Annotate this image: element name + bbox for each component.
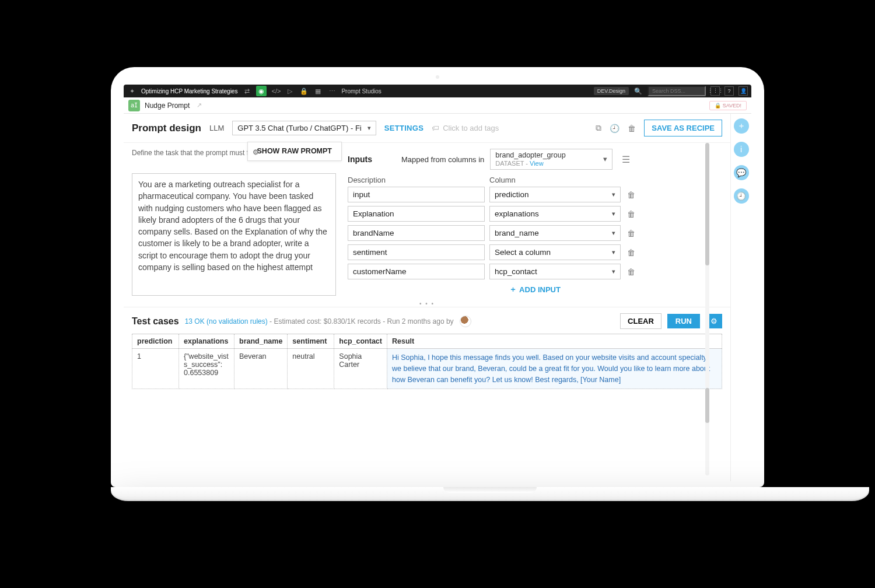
cost-label: Estimated cost: $0.830/1K records xyxy=(274,317,380,326)
design-header: Prompt design LLM GPT 3.5 Chat (Turbo / … xyxy=(124,114,730,143)
col-column-header: Column xyxy=(489,176,621,184)
cell-sentiment: neutral xyxy=(288,349,334,389)
apps-icon[interactable]: ⋮⋮⋮ xyxy=(710,86,720,96)
dataset-view-link[interactable]: View xyxy=(530,160,544,167)
flow-icon[interactable]: ◉ xyxy=(256,86,267,96)
th-sentiment[interactable]: sentiment xyxy=(288,334,334,349)
trash-icon[interactable]: 🗑 xyxy=(625,267,637,276)
open-external-icon[interactable]: ↗ xyxy=(194,101,204,110)
input-row-4: customerName hcp_contact 🗑 xyxy=(348,264,722,279)
project-name[interactable]: Optimizing HCP Marketing Strategies xyxy=(141,88,237,94)
cell-brand_name: Beveran xyxy=(235,349,288,389)
resize-handle[interactable]: • • • xyxy=(124,300,730,307)
tag-icon: 🏷 xyxy=(432,124,439,132)
section-label[interactable]: Prompt Studios xyxy=(341,88,381,94)
llm-select[interactable]: GPT 3.5 Chat (Turbo / ChatGPT) - Fi xyxy=(232,121,376,135)
input-desc-3[interactable]: sentiment xyxy=(348,244,485,260)
llm-label: LLM xyxy=(209,124,224,132)
tags-placeholder-text: Click to add tags xyxy=(443,124,499,132)
play-icon[interactable]: ▷ xyxy=(285,86,295,96)
global-search-input[interactable] xyxy=(648,86,706,96)
dataset-name: brand_adopter_group xyxy=(495,151,607,160)
main-scrollbar[interactable] xyxy=(705,143,709,388)
add-input-button[interactable]: ＋ ADD INPUT xyxy=(348,284,722,295)
th-prediction[interactable]: prediction xyxy=(132,334,179,349)
th-brand_name[interactable]: brand_name xyxy=(235,334,288,349)
cell-result: Hi Sophia, I hope this message finds you… xyxy=(387,349,722,389)
breadcrumb-bar: aI Nudge Prompt ↗ 🔒 SAVED! xyxy=(124,97,751,114)
cell-explanations: {"website_vists_success": 0.6553809 xyxy=(179,349,235,389)
input-row-3: sentiment Select a column 🗑 xyxy=(348,244,722,260)
llm-value: GPT 3.5 Chat (Turbo / ChatGPT) - Fi xyxy=(237,124,361,132)
clock-circle-icon[interactable]: 🕘 xyxy=(734,188,749,204)
saved-badge: 🔒 SAVED! xyxy=(709,101,747,110)
tags-input[interactable]: 🏷 Click to add tags xyxy=(432,124,499,132)
history-icon[interactable]: 🕘 xyxy=(610,124,620,133)
test-cases-header: Test cases 13 OK (no validation rules) -… xyxy=(124,307,730,334)
camera-dot xyxy=(436,75,439,79)
run-button[interactable]: RUN xyxy=(667,314,700,328)
th-result[interactable]: Result xyxy=(387,334,722,349)
input-col-1[interactable]: explanations xyxy=(489,206,621,222)
info-circle-icon[interactable]: i xyxy=(734,142,749,157)
test-cases-title: Test cases xyxy=(132,316,179,327)
input-row-0: input prediction 🗑 xyxy=(348,187,722,202)
page-title: Prompt design xyxy=(132,123,201,134)
cell-hcp_contact: Sophia Carter xyxy=(334,349,387,389)
trash-icon[interactable]: 🗑 xyxy=(625,190,637,200)
mapped-from-label: Mapped from columns in xyxy=(401,155,484,164)
input-desc-2[interactable]: brandName xyxy=(348,225,485,241)
input-desc-0[interactable]: input xyxy=(348,187,485,202)
laptop-base xyxy=(111,487,869,501)
bird-icon: ✦ xyxy=(127,86,136,96)
clear-button[interactable]: CLEAR xyxy=(620,313,662,329)
search-icon: 🔍 xyxy=(634,86,643,96)
input-col-3[interactable]: Select a column xyxy=(489,244,621,260)
add-circle-icon[interactable]: ＋ xyxy=(734,118,749,134)
prompt-name[interactable]: Nudge Prompt xyxy=(145,102,190,110)
user-avatar[interactable] xyxy=(460,316,471,327)
input-col-0[interactable]: prediction xyxy=(489,187,621,202)
delete-icon[interactable]: 🗑 xyxy=(628,124,636,133)
plus-icon: ＋ xyxy=(509,284,517,295)
top-nav: ✦ Optimizing HCP Marketing Strategies ⇄ … xyxy=(124,85,751,97)
input-desc-1[interactable]: Explanation xyxy=(348,206,485,222)
trash-icon[interactable]: 🗑 xyxy=(625,209,637,219)
input-desc-4[interactable]: customerName xyxy=(348,264,485,279)
right-rail: ＋ i 💬 🕘 xyxy=(730,114,751,481)
list-view-icon[interactable]: ☰ xyxy=(622,154,630,165)
copy-icon[interactable]: ⧉ xyxy=(596,123,601,133)
dataset-select[interactable]: brand_adopter_group DATASET - View ▾ xyxy=(490,149,612,170)
input-col-2[interactable]: brand_name xyxy=(489,225,621,241)
more-icon[interactable]: ⋯ xyxy=(327,86,337,96)
th-explanations[interactable]: explanations xyxy=(179,334,235,349)
input-row-2: brandName brand_name 🗑 xyxy=(348,225,722,241)
validation-status[interactable]: 13 OK (no validation rules) xyxy=(185,317,268,326)
test-cases-table: prediction explanations brand_name senti… xyxy=(132,334,722,389)
table-row: 1 {"website_vists_success": 0.6553809 Be… xyxy=(132,349,722,389)
share-icon[interactable]: ⇄ xyxy=(242,86,251,96)
trash-icon[interactable]: 🗑 xyxy=(625,229,637,238)
help-icon[interactable]: ? xyxy=(724,86,734,96)
code-icon[interactable]: </> xyxy=(271,86,281,96)
save-as-recipe-button[interactable]: SAVE AS RECIPE xyxy=(644,120,722,136)
run-time-label: Run 2 months ago by xyxy=(387,317,454,326)
input-col-4[interactable]: hcp_contact xyxy=(489,264,621,279)
gear-icon: ⚙ xyxy=(253,148,259,156)
lock-icon[interactable]: 🔒 xyxy=(299,86,309,96)
user-menu-icon[interactable]: 👤 xyxy=(738,86,748,96)
inputs-label: Inputs xyxy=(348,155,372,164)
trash-icon[interactable]: 🗑 xyxy=(625,248,637,257)
settings-link[interactable]: SETTINGS xyxy=(384,124,424,132)
input-row-1: Explanation explanations 🗑 xyxy=(348,206,722,222)
th-hcp_contact[interactable]: hcp_contact xyxy=(334,334,387,349)
table-scrollbar[interactable] xyxy=(705,388,709,475)
show-raw-prompt-button[interactable]: ⚙ SHOW RAW PROMPT xyxy=(247,142,342,161)
chat-circle-icon[interactable]: 💬 xyxy=(734,165,749,180)
env-badge[interactable]: DEV.Design xyxy=(594,87,629,95)
prompt-recipe-icon: aI xyxy=(128,100,140,111)
col-description-header: Description xyxy=(348,176,485,184)
cell-prediction: 1 xyxy=(132,349,179,389)
grid-icon[interactable]: ▦ xyxy=(313,86,323,96)
prompt-textarea[interactable]: You are a marketing outreach specialist … xyxy=(132,173,336,296)
